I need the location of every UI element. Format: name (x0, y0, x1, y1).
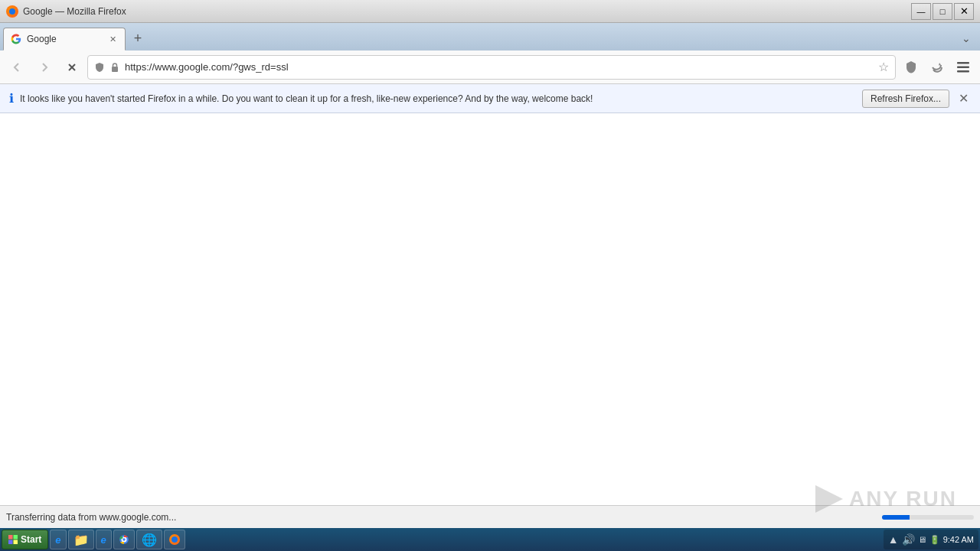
address-bar[interactable]: ☆ (87, 55, 896, 80)
tray-sound-icon[interactable]: 🔊 (902, 533, 915, 546)
notification-close-button[interactable]: ✕ (956, 91, 971, 106)
taskbar-item-edge[interactable]: 🌐 (136, 530, 162, 549)
taskbar-ie2-icon: e (101, 534, 106, 546)
ssl-shield-icon (94, 62, 105, 73)
taskbar-files-icon: 📁 (74, 533, 89, 547)
forward-button[interactable] (32, 55, 57, 80)
svg-rect-9 (14, 540, 18, 545)
tab-overflow-button[interactable]: ⌄ (956, 28, 977, 49)
refresh-firefox-button[interactable]: Refresh Firefox... (862, 90, 949, 108)
status-text: Transferring data from www.google.com... (6, 512, 876, 523)
tray-arrow-icon[interactable]: ▲ (888, 533, 899, 546)
svg-rect-5 (957, 70, 969, 73)
taskbar-ie-icon: e (55, 534, 60, 546)
window-title: Google — Mozilla Firefox (23, 6, 126, 17)
system-tray: ▲ 🔊 🖥 🔋 9:42 AM (884, 530, 978, 549)
start-button[interactable]: Start (2, 530, 48, 549)
shield-button[interactable] (899, 55, 923, 80)
tray-battery-icon[interactable]: 🔋 (929, 535, 940, 545)
windows-taskbar: Start e 📁 e 🌐 (0, 528, 980, 551)
tray-network-icon[interactable]: 🖥 (918, 535, 926, 544)
new-tab-button[interactable]: + (127, 28, 149, 49)
svg-rect-7 (14, 535, 18, 540)
start-label: Start (21, 534, 41, 545)
taskbar-item-ie[interactable]: e (50, 530, 66, 549)
taskbar-edge-icon: 🌐 (142, 533, 157, 547)
notification-text: It looks like you haven't started Firefo… (20, 93, 856, 104)
stop-reload-button[interactable] (60, 55, 84, 80)
bookmark-icon[interactable]: ☆ (878, 60, 889, 74)
tab-google[interactable]: Google ✕ (3, 28, 126, 51)
taskbar-item-files[interactable]: 📁 (68, 530, 94, 549)
info-icon: ℹ (9, 91, 14, 106)
window-controls: — □ ✕ (911, 3, 974, 20)
tab-favicon-google (10, 33, 22, 45)
svg-rect-4 (957, 66, 969, 68)
svg-rect-3 (957, 62, 969, 64)
taskbar-firefox-icon (169, 534, 180, 545)
maximize-button[interactable]: □ (933, 3, 952, 20)
back-button[interactable] (5, 55, 29, 80)
close-button[interactable]: ✕ (954, 3, 974, 20)
taskbar-item-ie2[interactable]: e (96, 530, 112, 549)
title-bar: Google — Mozilla Firefox — □ ✕ (0, 0, 980, 23)
tray-time: 9:42 AM (943, 535, 974, 544)
toolbar-right (899, 55, 975, 80)
taskbar-item-chrome[interactable] (113, 530, 135, 549)
url-input[interactable] (125, 61, 874, 73)
taskbar-item-firefox[interactable] (164, 530, 185, 549)
svg-rect-6 (8, 535, 13, 540)
tab-title-google: Google (27, 34, 102, 44)
minimize-button[interactable]: — (911, 3, 931, 20)
browser-window: Google — Mozilla Firefox — □ ✕ Google ✕ … (0, 0, 980, 551)
title-bar-left: Google — Mozilla Firefox (6, 5, 911, 18)
lock-icon (109, 62, 120, 73)
svg-point-12 (122, 538, 126, 541)
nav-bar: ☆ (0, 51, 980, 84)
notification-bar: ℹ It looks like you haven't started Fire… (0, 84, 980, 113)
status-progress-bar (882, 515, 974, 520)
browser-content (0, 113, 980, 505)
firefox-logo (6, 5, 18, 18)
menu-button[interactable] (951, 55, 975, 80)
tab-close-button[interactable]: ✕ (106, 33, 119, 45)
svg-rect-8 (8, 540, 13, 545)
status-progress-fill (882, 515, 910, 520)
tab-bar: Google ✕ + ⌄ (0, 23, 980, 51)
status-bar: Transferring data from www.google.com... (0, 505, 980, 528)
sync-button[interactable] (925, 55, 949, 80)
svg-rect-2 (112, 67, 118, 72)
